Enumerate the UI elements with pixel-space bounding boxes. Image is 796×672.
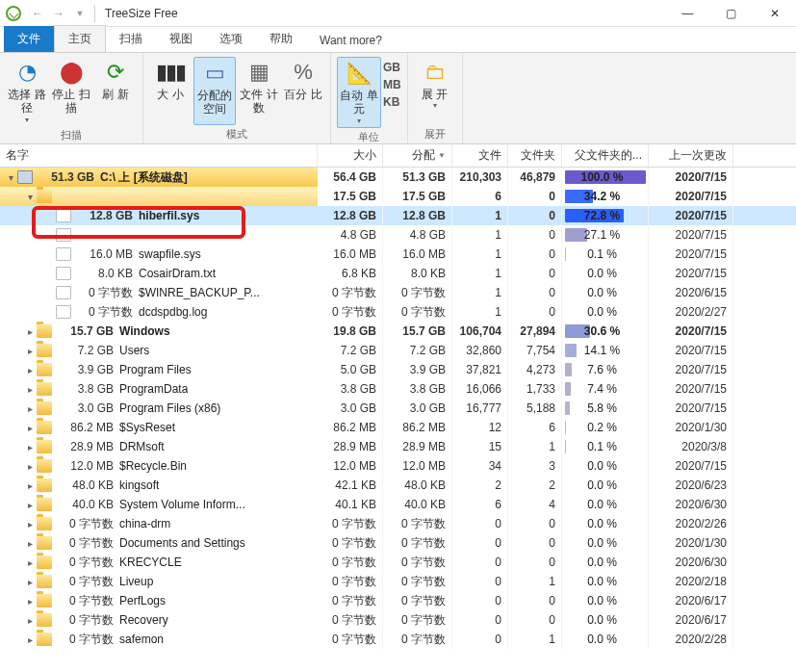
expand-toggle[interactable]: ▾ — [4, 172, 17, 183]
nav-forward-button[interactable]: → — [48, 3, 69, 24]
tab-scan[interactable]: 扫描 — [106, 26, 156, 52]
expand-toggle[interactable]: ▸ — [23, 577, 37, 587]
close-button[interactable]: ✕ — [753, 0, 796, 27]
col-alloc[interactable]: 分配▼ — [383, 144, 452, 167]
auto-unit-button[interactable]: 📐自动 单元▾ — [337, 57, 381, 128]
mode-pct-button[interactable]: %百分 比 — [282, 57, 324, 125]
name-cell[interactable]: ▸0 字节数Documents and Settings — [0, 533, 318, 553]
expand-toggle[interactable]: ▸ — [23, 365, 37, 375]
name-cell[interactable]: ▸15.7 GBWindows — [0, 322, 318, 341]
name-cell[interactable]: ▸12.0 MB$Recycle.Bin — [0, 456, 318, 476]
expand-toggle[interactable]: ▸ — [23, 442, 37, 452]
name-cell[interactable]: 16.0 MBswapfile.sys — [0, 245, 318, 264]
tree-row[interactable]: 16.0 MBswapfile.sys16.0 MB16.0 MB100.1 %… — [0, 245, 796, 264]
tree-row[interactable]: ▸12.0 MB$Recycle.Bin12.0 MB12.0 MB3430.0… — [0, 456, 796, 476]
name-cell[interactable]: ▸40.0 KBSystem Volume Inform... — [0, 495, 318, 514]
nav-dropdown-button[interactable]: ▼ — [69, 3, 90, 24]
unit-gb[interactable]: GB — [383, 61, 401, 74]
tab-help[interactable]: 帮助 — [256, 26, 306, 52]
tab-want-more[interactable]: Want more? — [306, 29, 396, 52]
tree-row[interactable]: ▸3.0 GBProgram Files (x86)3.0 GB3.0 GB16… — [0, 399, 796, 418]
tree-row[interactable]: ▸0 字节数Liveup0 字节数0 字节数010.0 %2020/2/18 — [0, 572, 796, 591]
tree-row[interactable]: ▸0 字节数china-drm0 字节数0 字节数000.0 %2020/2/2… — [0, 514, 796, 533]
mode-size-button[interactable]: ▮▮▮大 小 — [149, 57, 192, 125]
unit-mb[interactable]: MB — [383, 78, 401, 91]
tree-row[interactable]: 4.8 GB4.8 GB1027.1 %2020/7/15 — [0, 225, 796, 245]
name-cell[interactable]: 0 字节数$WINRE_BACKUP_P... — [0, 283, 318, 302]
mode-count-button[interactable]: ▦文件 计数 — [238, 57, 280, 125]
col-dirs[interactable]: 文件夹 — [508, 144, 562, 167]
name-cell[interactable]: ▸3.0 GBProgram Files (x86) — [0, 399, 318, 418]
name-cell[interactable]: ▸0 字节数safemon — [0, 630, 318, 649]
col-date[interactable]: 上一次更改 — [649, 144, 733, 167]
tab-home[interactable]: 主页 — [54, 25, 106, 52]
name-cell[interactable]: ▸0 字节数Recovery — [0, 610, 318, 630]
tree-row[interactable]: ▸0 字节数KRECYCLE0 字节数0 字节数000.0 %2020/6/30 — [0, 553, 796, 572]
refresh-button[interactable]: ⟳刷 新 — [94, 57, 137, 126]
tree-row[interactable]: 0 字节数dcdspdbg.log0 字节数0 字节数100.0 %2020/2… — [0, 302, 796, 322]
tab-file[interactable]: 文件 — [4, 26, 54, 52]
tree-row[interactable]: ▸86.2 MB$SysReset86.2 MB86.2 MB1260.2 %2… — [0, 418, 796, 437]
tree-row[interactable]: ▸0 字节数Recovery0 字节数0 字节数000.0 %2020/6/17 — [0, 610, 796, 630]
expand-toggle[interactable]: ▸ — [23, 423, 37, 433]
name-cell[interactable]: ▸86.2 MB$SysReset — [0, 418, 318, 437]
name-cell[interactable]: 0 字节数dcdspdbg.log — [0, 302, 318, 322]
tree-row[interactable]: 0 字节数$WINRE_BACKUP_P...0 字节数0 字节数100.0 %… — [0, 283, 796, 302]
name-cell[interactable]: 8.0 KBCosairDram.txt — [0, 264, 318, 283]
expand-toggle[interactable]: ▸ — [23, 461, 37, 472]
expand-toggle[interactable]: ▸ — [23, 634, 37, 645]
expand-toggle[interactable]: ▸ — [23, 557, 37, 568]
name-cell[interactable]: ▾ — [0, 187, 318, 206]
name-cell[interactable]: ▸3.9 GBProgram Files — [0, 360, 318, 379]
expand-toggle[interactable]: ▾ — [23, 192, 37, 202]
tree-row[interactable]: ▸0 字节数PerfLogs0 字节数0 字节数000.0 %2020/6/17 — [0, 591, 796, 610]
name-cell[interactable]: ▸0 字节数china-drm — [0, 514, 318, 533]
tree-row[interactable]: ▸40.0 KBSystem Volume Inform...40.1 KB40… — [0, 495, 796, 514]
expand-toggle[interactable]: ▸ — [23, 403, 37, 414]
name-cell[interactable]: ▸48.0 KBkingsoft — [0, 476, 318, 495]
tree-view[interactable]: ▾51.3 GBC:\ 上 [系统磁盘]56.4 GB51.3 GB210,30… — [0, 168, 796, 672]
tree-row[interactable]: ▸15.7 GBWindows19.8 GB15.7 GB106,70427,8… — [0, 322, 796, 341]
expand-toggle[interactable]: ▸ — [23, 538, 37, 549]
unit-kb[interactable]: KB — [383, 95, 401, 109]
tree-row[interactable]: ▸0 字节数safemon0 字节数0 字节数010.0 %2020/2/28 — [0, 630, 796, 649]
tab-view[interactable]: 视图 — [156, 26, 206, 52]
col-files[interactable]: 文件 — [452, 144, 508, 167]
col-name[interactable]: 名字 — [0, 144, 318, 167]
expand-toggle[interactable]: ▸ — [23, 326, 37, 337]
tree-row[interactable]: ▾51.3 GBC:\ 上 [系统磁盘]56.4 GB51.3 GB210,30… — [0, 168, 796, 187]
maximize-button[interactable]: ▢ — [709, 0, 753, 27]
select-path-button[interactable]: ◔选择 路径▾ — [6, 57, 48, 126]
name-cell[interactable] — [0, 225, 318, 245]
tree-row[interactable]: ▸28.9 MBDRMsoft28.9 MB28.9 MB1510.1 %202… — [0, 437, 796, 456]
expand-toggle[interactable]: ▸ — [23, 615, 37, 626]
nav-back-button[interactable]: ← — [27, 3, 48, 24]
mode-alloc-button[interactable]: ▭分配的 空间 — [193, 57, 236, 125]
name-cell[interactable]: 12.8 GBhiberfil.sys — [0, 206, 318, 225]
tab-options[interactable]: 选项 — [206, 26, 256, 52]
tree-row[interactable]: ▾17.5 GB17.5 GB6034.2 %2020/7/15 — [0, 187, 796, 206]
name-cell[interactable]: ▸7.2 GBUsers — [0, 341, 318, 360]
expand-toggle[interactable]: ▸ — [23, 346, 37, 356]
name-cell[interactable]: ▸28.9 MBDRMsoft — [0, 437, 318, 456]
expand-button[interactable]: 🗀展 开▾ — [414, 57, 456, 125]
name-cell[interactable]: ▸0 字节数PerfLogs — [0, 591, 318, 610]
expand-toggle[interactable]: ▸ — [23, 519, 37, 530]
tree-row[interactable]: 8.0 KBCosairDram.txt6.8 KB8.0 KB100.0 %2… — [0, 264, 796, 283]
expand-toggle[interactable]: ▸ — [23, 596, 37, 607]
tree-row[interactable]: ▸3.8 GBProgramData3.8 GB3.8 GB16,0661,73… — [0, 379, 796, 399]
name-cell[interactable]: ▾51.3 GBC:\ 上 [系统磁盘] — [0, 168, 318, 187]
tree-row[interactable]: ▸48.0 KBkingsoft42.1 KB48.0 KB220.0 %202… — [0, 476, 796, 495]
name-cell[interactable]: ▸0 字节数KRECYCLE — [0, 553, 318, 572]
tree-row[interactable]: ▸7.2 GBUsers7.2 GB7.2 GB32,8607,75414.1 … — [0, 341, 796, 360]
name-cell[interactable]: ▸3.8 GBProgramData — [0, 379, 318, 399]
expand-toggle[interactable]: ▸ — [23, 480, 37, 491]
tree-row[interactable]: ▸3.9 GBProgram Files5.0 GB3.9 GB37,8214,… — [0, 360, 796, 379]
stop-scan-button[interactable]: ⬤停止 扫描 — [50, 57, 92, 126]
tree-row[interactable]: 12.8 GBhiberfil.sys12.8 GB12.8 GB1072.8 … — [0, 206, 796, 225]
minimize-button[interactable]: — — [666, 0, 709, 27]
col-pct[interactable]: 父文件夹的... — [562, 144, 649, 167]
tree-row[interactable]: ▸0 字节数Documents and Settings0 字节数0 字节数00… — [0, 533, 796, 553]
expand-toggle[interactable]: ▸ — [23, 500, 37, 510]
name-cell[interactable]: ▸0 字节数Liveup — [0, 572, 318, 591]
